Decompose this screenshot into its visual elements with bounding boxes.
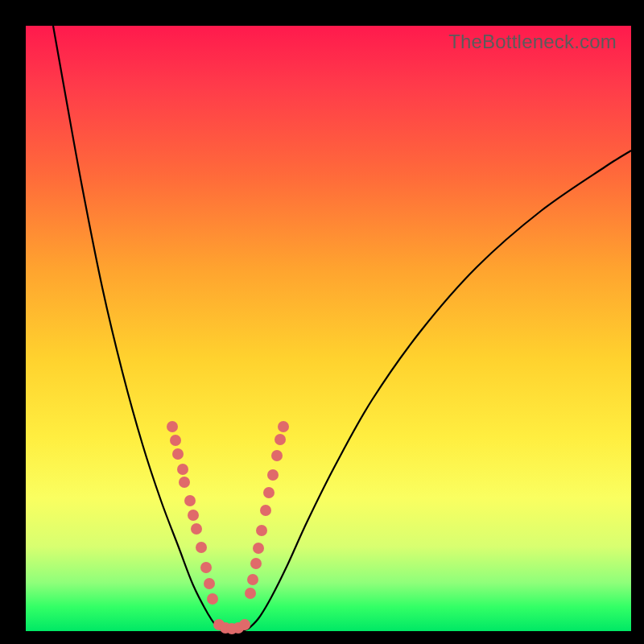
- data-dot: [239, 619, 250, 630]
- data-dot: [267, 469, 279, 481]
- data-dot: [200, 562, 212, 573]
- right-branch-line: [250, 151, 631, 628]
- data-dot: [260, 505, 271, 516]
- data-dot: [172, 448, 184, 460]
- chart-svg: [26, 26, 631, 631]
- data-dot: [275, 434, 286, 445]
- data-dot: [278, 421, 289, 432]
- data-dot: [207, 593, 218, 605]
- data-dot: [196, 542, 207, 553]
- left-branch-line: [53, 26, 217, 628]
- data-dot: [167, 421, 178, 432]
- data-dot: [177, 464, 188, 475]
- data-dot: [191, 523, 202, 535]
- data-dot: [245, 588, 256, 599]
- dots-bottom-group: [213, 619, 250, 634]
- chart-frame: TheBottleneck.com: [0, 0, 644, 644]
- data-dot: [253, 543, 264, 554]
- dots-right-group: [245, 421, 289, 599]
- plot-area: TheBottleneck.com: [26, 26, 631, 631]
- data-dot: [204, 578, 215, 589]
- data-dot: [250, 558, 262, 569]
- data-dot: [170, 435, 181, 446]
- data-dot: [256, 525, 267, 536]
- data-dot: [188, 510, 199, 521]
- data-dot: [184, 495, 196, 506]
- data-dot: [247, 574, 258, 585]
- data-dot: [271, 450, 283, 461]
- dots-left-group: [167, 421, 218, 605]
- data-dot: [179, 477, 190, 488]
- data-dot: [263, 487, 275, 498]
